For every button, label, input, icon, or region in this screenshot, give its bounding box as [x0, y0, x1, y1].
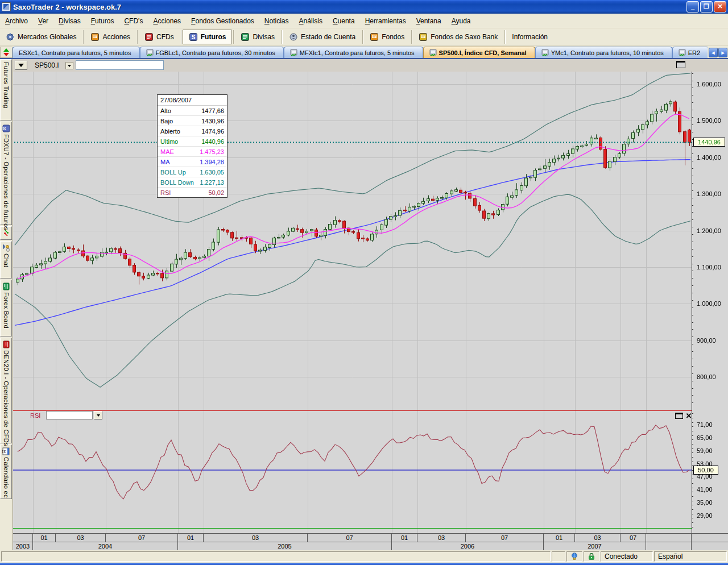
tooltip-row-mae: MAE1.475,23	[158, 147, 227, 157]
rsi-parameter-input[interactable]	[46, 411, 93, 419]
sidebar-item-den20-i-operaciones-de-cfds[interactable]: DEN20.I - Operaciones de CFDs	[0, 338, 12, 443]
close-button[interactable]: ✕	[714, 1, 726, 13]
rsi-value-tag: 50,00	[693, 466, 718, 475]
toolbar-fondos-button[interactable]: Fondos	[364, 30, 410, 44]
menu-ayuda[interactable]: Ayuda	[446, 15, 476, 27]
toolbar-divisas-button[interactable]: Divisas	[235, 30, 280, 44]
forex-board-icon	[2, 282, 10, 290]
time-axis: 010307010307010307010307 200320042005200…	[13, 533, 728, 550]
chart-restore-icon[interactable]	[676, 61, 685, 68]
chart-toolbar: SP500.I	[13, 59, 728, 72]
month-cell-03: 03	[56, 534, 106, 542]
rsi-dropdown-button[interactable]	[94, 411, 102, 419]
tooltip-row-label: Alto	[160, 107, 171, 114]
status-bar: Conectado Español	[0, 550, 728, 563]
sidebar-item-label: Calendario ec	[3, 457, 10, 498]
rsi-restore-icon[interactable]	[675, 413, 683, 419]
sidebar-item-fdxu7-operaciones-de-futuros[interactable]: SFDXU7 - Operaciones de futuros	[0, 122, 12, 225]
year-cell-2004: 2004	[33, 542, 178, 550]
chart-doc-icon	[541, 49, 549, 57]
chart-menu-button[interactable]	[15, 61, 27, 70]
toolbar-cfds-button[interactable]: CFDs	[139, 30, 180, 44]
month-cell-01: 01	[544, 534, 575, 542]
main-toolbar: Mercados GlobalesAccionesCFDsSFuturosDiv…	[0, 28, 728, 46]
rsi-close-icon[interactable]: ✕	[685, 412, 693, 419]
month-cell	[646, 534, 692, 542]
account-status-icon	[289, 32, 298, 41]
rsi-chart-canvas[interactable]	[13, 408, 728, 533]
year-cell-2006: 2006	[392, 542, 544, 550]
tooltip-row-value: 1474,96	[201, 128, 224, 135]
menu-ver[interactable]: Ver	[33, 15, 53, 27]
minimize-button[interactable]: _	[686, 1, 699, 13]
menu-archivo[interactable]: Archivo	[0, 15, 33, 27]
menu-bar: ArchivoVerDivisasFuturosCFD'sAccionesFon…	[0, 14, 728, 28]
tab-mfxic1[interactable]: MFXIc1, Contrato para futuros, 5 minutos	[284, 47, 423, 58]
tab-sp500-i[interactable]: SP500.I, Índice CFD, Semanal	[423, 47, 535, 58]
menu-cfd-s[interactable]: CFD's	[119, 15, 148, 27]
tab-scroll-left-button[interactable]: ◂	[709, 48, 718, 57]
symbol-label: SP500.I	[35, 61, 59, 69]
cfd-red-icon	[2, 340, 10, 348]
tab-ymc1[interactable]: YMc1, Contrato para futuros, 10 minutos	[535, 47, 672, 58]
sidebar-item-forex-board[interactable]: Forex Board	[0, 280, 12, 336]
symbol-dropdown-button[interactable]	[65, 62, 73, 69]
tooltip-row-label: Ultimo	[160, 138, 178, 145]
price-chart-canvas[interactable]	[13, 72, 728, 408]
toolbar-fondos-de-saxo-bank-button[interactable]: Fondos de Saxo Bank	[413, 30, 503, 44]
toolbar-button-label: Divisas	[253, 33, 275, 41]
price-tick-label: 900,00	[697, 337, 716, 344]
tooltip-row-value: 1440,96	[201, 138, 224, 145]
rsi-tick-label: 41,00	[697, 486, 713, 493]
stocks-icon	[90, 32, 100, 41]
chart-doc-icon	[429, 49, 437, 57]
toolbar-estado-de-cuenta-button[interactable]: Estado de Cuenta	[283, 30, 361, 44]
menu-cuenta[interactable]: Cuenta	[328, 15, 360, 27]
toolbar-acciones-button[interactable]: Acciones	[85, 30, 136, 44]
secure-lock-cell	[584, 551, 599, 562]
menu-an-lisis[interactable]: Análisis	[294, 15, 328, 27]
tooltip-row-value: 1.630,05	[200, 169, 224, 176]
sidebar-item-chat[interactable]: Chat	[0, 241, 12, 279]
menu-ventana[interactable]: Ventana	[411, 15, 446, 27]
tab-er2[interactable]: ER2	[672, 47, 708, 58]
toolbar-button-label: Fondos	[382, 33, 404, 41]
tooltip-row-label: BOLL Down	[160, 179, 194, 186]
toolbar-informaci-n-button[interactable]: Información	[506, 30, 553, 44]
restore-button[interactable]: ❐	[700, 1, 713, 13]
futures-arrows-icon[interactable]	[0, 47, 13, 58]
menu-herramientas[interactable]: Herramientas	[360, 15, 411, 27]
language-indicator[interactable]: Español	[654, 551, 727, 562]
symbol-search-input[interactable]	[76, 60, 164, 70]
tab-scroll-right-button[interactable]: ▸	[718, 48, 727, 57]
menu-futuros[interactable]: Futuros	[86, 15, 119, 27]
saxo-funds-icon	[419, 32, 428, 41]
toolbar-mercados-globales-button[interactable]: Mercados Globales	[0, 30, 82, 44]
month-cell-01: 01	[33, 534, 56, 542]
toolbar-futuros-button[interactable]: SFuturos	[183, 30, 233, 44]
rsi-tick-label: 35,00	[697, 499, 713, 506]
menu-divisas[interactable]: Divisas	[53, 15, 86, 27]
menu-acciones[interactable]: Acciones	[148, 15, 186, 27]
tooltip-row-rsi: RSI50,02	[158, 188, 227, 197]
status-message-cell	[1, 551, 551, 562]
sidebar-item-futures-trading[interactable]: Futures Trading	[0, 59, 12, 121]
lock-icon	[588, 552, 595, 561]
menu-noticias[interactable]: Noticias	[259, 15, 294, 27]
sidebar-item-calendario-ec[interactable]: 31Calendario ec	[0, 444, 12, 499]
toolbar-button-label: Futuros	[201, 33, 226, 41]
rsi-study-label: RSI	[30, 412, 40, 419]
tooltip-row-value: 1.227,13	[200, 179, 224, 186]
tooltip-row-label: BOLL Up	[160, 169, 186, 176]
menu-fondos-gestionados[interactable]: Fondos Gestionados	[186, 15, 259, 27]
tooltip-row-label: Bajo	[160, 118, 173, 124]
month-cell-01: 01	[392, 534, 417, 542]
tab-fgblc1[interactable]: FGBLc1, Contrato para futuros, 30 minuto…	[140, 47, 284, 58]
title-bar: SaxoTrader 2 - workspace.ok.7 _ ❐ ✕	[0, 0, 728, 14]
module-sidebar: Futures TradingSFDXU7 - Operaciones de f…	[0, 59, 13, 550]
tabs-container: ESXc1, Contrato para futuros, 5 minutosF…	[13, 47, 708, 58]
tooltip-row-abierto: Abierto1474,96	[158, 126, 227, 136]
taskbar-edge	[0, 563, 728, 565]
price-tick-label: 1.600,00	[697, 81, 721, 88]
tab-esxc1[interactable]: ESXc1, Contrato para futuros, 5 minutos	[13, 47, 140, 58]
